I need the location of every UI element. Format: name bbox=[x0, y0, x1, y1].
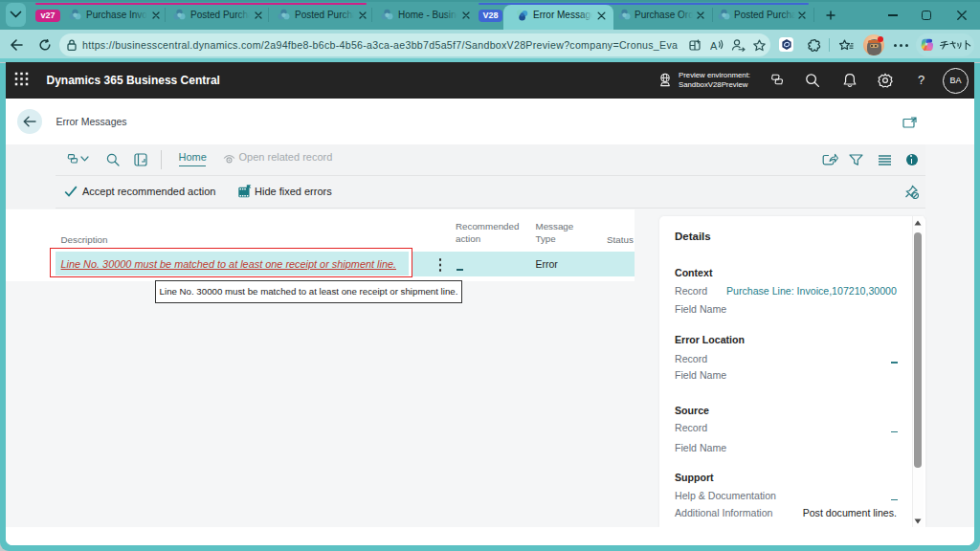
svg-text:A: A bbox=[710, 40, 718, 52]
